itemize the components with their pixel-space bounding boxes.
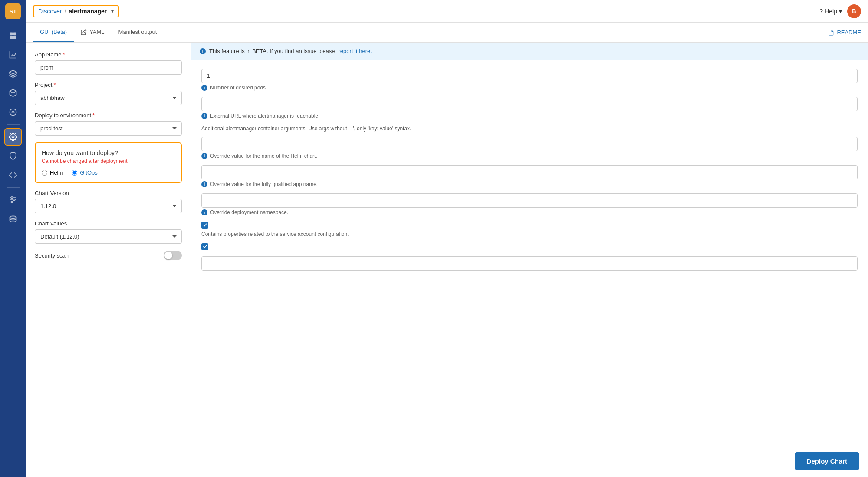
sidebar: ST	[0, 0, 26, 477]
tab-gui[interactable]: GUI (Beta)	[33, 23, 74, 42]
breadcrumb-discover[interactable]: Discover	[38, 8, 62, 15]
svg-rect-1	[13, 33, 16, 36]
fullname-override-help: i Override value for the fully qualified…	[201, 181, 858, 187]
breadcrumb-separator: /	[64, 8, 66, 15]
breadcrumb[interactable]: Discover / alertmanager ▾	[33, 5, 119, 17]
svg-point-9	[11, 197, 13, 199]
breadcrumb-dropdown-icon[interactable]: ▾	[111, 8, 114, 14]
beta-info-icon: i	[200, 48, 206, 54]
svg-point-11	[11, 201, 13, 203]
svg-rect-0	[10, 33, 13, 36]
service-account-help-text: Contains properties related to the servi…	[201, 231, 349, 237]
radio-gitops-input[interactable]	[72, 170, 77, 176]
project-label: Project *	[35, 82, 182, 88]
external-url-info-icon: i	[201, 113, 207, 119]
namespace-override-input[interactable]	[201, 193, 858, 208]
chart-version-select[interactable]: 1.12.0	[35, 199, 182, 213]
namespace-override-help-text: Override deployment namespace.	[210, 209, 288, 215]
extra-input[interactable]	[201, 256, 858, 271]
svg-point-12	[10, 216, 16, 218]
replicas-help-text: Number of desired pods.	[210, 85, 267, 91]
security-scan-row: Security scan	[35, 251, 182, 260]
external-url-help-text: External URL where alertmanager is reach…	[210, 113, 319, 119]
chart-values-label: Chart Values	[35, 220, 182, 227]
radio-helm-input[interactable]	[42, 170, 47, 176]
help-button[interactable]: ? Help ▾	[819, 7, 842, 15]
replicas-info-icon: i	[201, 85, 207, 91]
chart-values-select[interactable]: Default (1.12.0)	[35, 229, 182, 244]
deploy-env-select[interactable]: prod-test	[35, 121, 182, 136]
tab-yaml-label: YAML	[89, 29, 104, 35]
field-fullname-override: i Override value for the fully qualified…	[201, 165, 858, 187]
user-avatar[interactable]: B	[847, 4, 861, 18]
help-label: Help	[825, 8, 837, 15]
sidebar-logo[interactable]: ST	[5, 3, 21, 19]
svg-point-4	[10, 109, 16, 116]
namespace-info-icon: i	[201, 209, 207, 215]
tab-yaml[interactable]: YAML	[74, 23, 111, 42]
radio-gitops[interactable]: GitOps	[72, 169, 97, 176]
field-replicas: i Number of desired pods.	[201, 69, 858, 91]
body-split: App Name * Project * abhibhaw	[26, 43, 868, 445]
sidebar-item-settings-circle[interactable]	[4, 103, 22, 121]
sidebar-item-layers[interactable]	[4, 65, 22, 83]
deploy-env-group: Deploy to environment * prod-test	[35, 112, 182, 136]
tab-manifest-label: Manifest output	[118, 29, 157, 35]
chart-values-group: Chart Values Default (1.12.0)	[35, 220, 182, 244]
app-name-required: *	[62, 51, 65, 58]
readme-button[interactable]: README	[828, 29, 861, 36]
sidebar-item-cube[interactable]	[4, 84, 22, 102]
project-group: Project * abhibhaw	[35, 82, 182, 105]
sidebar-item-dashboard[interactable]	[4, 27, 22, 44]
security-scan-label: Security scan	[35, 252, 69, 259]
app-name-group: App Name *	[35, 51, 182, 75]
extra-checkbox[interactable]	[201, 243, 208, 250]
beta-link[interactable]: report it here.	[339, 48, 372, 54]
replicas-help: i Number of desired pods.	[201, 85, 858, 91]
container-args-description: Additional alertmanager container argume…	[201, 125, 858, 132]
replicas-input[interactable]	[201, 69, 858, 83]
deploy-env-label: Deploy to environment *	[35, 112, 182, 119]
tab-manifest[interactable]: Manifest output	[112, 23, 164, 42]
fullname-override-input[interactable]	[201, 165, 858, 179]
sidebar-item-sliders[interactable]	[4, 191, 22, 209]
deploy-how-warning: Cannot be changed after deployment	[42, 158, 175, 164]
topbar: Discover / alertmanager ▾ ? Help ▾ B	[26, 0, 868, 23]
service-account-help: Contains properties related to the servi…	[201, 231, 858, 237]
app-name-label: App Name *	[35, 51, 182, 58]
footer: Deploy Chart	[26, 445, 868, 477]
project-select[interactable]: abhibhaw	[35, 91, 182, 105]
help-dropdown-icon: ▾	[839, 8, 842, 15]
external-url-help: i External URL where alertmanager is rea…	[201, 113, 858, 119]
main-container: Discover / alertmanager ▾ ? Help ▾ B GUI…	[26, 0, 868, 477]
right-panel: i This feature is in BETA. If you find a…	[191, 43, 868, 445]
sidebar-item-analytics[interactable]	[4, 46, 22, 63]
chart-version-group: Chart Version 1.12.0	[35, 190, 182, 213]
right-form: i Number of desired pods. i External URL…	[191, 60, 868, 285]
helm-chart-name-input[interactable]	[201, 137, 858, 151]
content-area: GUI (Beta) YAML Manifest output README	[26, 23, 868, 477]
deploy-chart-button[interactable]: Deploy Chart	[795, 452, 859, 470]
beta-notice: i This feature is in BETA. If you find a…	[191, 43, 868, 60]
toggle-thumb	[164, 252, 172, 259]
radio-helm-label: Helm	[50, 169, 63, 176]
field-namespace-override: i Override deployment namespace.	[201, 193, 858, 215]
helm-chart-name-help: i Override value for the name of the Hel…	[201, 153, 858, 159]
service-account-checkbox[interactable]	[201, 222, 208, 229]
svg-rect-3	[13, 36, 16, 39]
deploy-method-box: How do you want to deploy? Cannot be cha…	[35, 142, 182, 183]
security-scan-toggle[interactable]	[164, 251, 182, 260]
sidebar-item-shield[interactable]	[4, 147, 22, 165]
radio-helm[interactable]: Helm	[42, 169, 63, 176]
app-name-input[interactable]	[35, 60, 182, 75]
sidebar-item-stack[interactable]	[4, 210, 22, 228]
fullname-info-icon: i	[201, 181, 207, 187]
svg-point-10	[13, 199, 15, 201]
sidebar-item-code[interactable]	[4, 166, 22, 184]
field-helm-chart-name: i Override value for the name of the Hel…	[201, 137, 858, 159]
deploy-radio-group: Helm GitOps	[42, 169, 175, 176]
sidebar-item-gear[interactable]	[4, 128, 22, 146]
extra-checkbox-field	[201, 243, 858, 250]
svg-point-5	[12, 111, 14, 113]
external-url-input[interactable]	[201, 97, 858, 111]
